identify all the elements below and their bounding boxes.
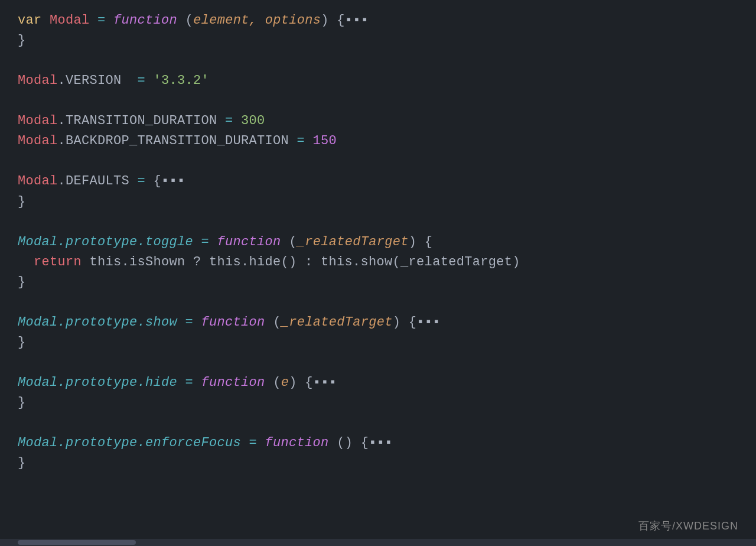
code-token: { [154, 174, 162, 188]
code-token: () { [329, 436, 369, 450]
code-token: } [18, 33, 26, 48]
code-line: } [18, 393, 738, 413]
code-token: } [18, 395, 26, 410]
code-token: .VERSION [58, 73, 122, 88]
code-token: e [281, 375, 289, 390]
code-line: Modal.TRANSITION_DURATION = 300 [18, 111, 738, 131]
code-token: = [185, 315, 194, 330]
code-token: function [113, 13, 177, 28]
code-token [106, 13, 114, 28]
code-line: Modal.prototype.toggle = function (_rela… [18, 232, 738, 252]
watermark-text: 百家号/XWDESIGN [638, 519, 738, 533]
code-token: return [34, 255, 82, 269]
code-token [241, 436, 249, 450]
code-token: ▪▪▪ [345, 13, 369, 28]
code-line: } [18, 453, 738, 473]
code-token: 300 [241, 113, 265, 128]
code-token: ) { [321, 13, 345, 28]
code-token [177, 315, 185, 330]
code-line: } [18, 333, 738, 353]
code-content: var Modal = function (element, options) … [18, 11, 738, 474]
code-token: = [249, 436, 258, 450]
code-token: '3.3.2' [154, 73, 210, 88]
code-token: ) { [289, 375, 313, 390]
code-token: Modal.prototype.hide [18, 375, 177, 390]
code-token: } [18, 194, 26, 209]
code-token: = [129, 174, 154, 188]
code-token [90, 13, 98, 28]
code-token: _relatedTarget [281, 315, 393, 330]
code-line: Modal.BACKDROP_TRANSITION_DURATION = 150 [18, 131, 738, 151]
code-token: ) { [393, 315, 417, 330]
code-token: ▪▪▪ [161, 174, 185, 188]
code-token: .BACKDROP_TRANSITION_DURATION [58, 134, 289, 148]
blank-line [18, 91, 738, 111]
code-token: function [265, 436, 329, 450]
code-token: Modal.prototype.show [18, 315, 177, 330]
blank-line [18, 413, 738, 433]
code-token: = [97, 13, 106, 28]
code-token: = [201, 235, 210, 249]
code-token: Modal [18, 134, 58, 148]
code-token [257, 436, 265, 450]
code-line: } [18, 31, 738, 51]
blank-line [18, 353, 738, 373]
blank-line [18, 151, 738, 171]
code-token: function [201, 375, 265, 390]
code-token: _relatedTarget [297, 235, 409, 249]
code-token: var [18, 13, 50, 28]
code-token: = [122, 73, 154, 88]
scrollbar[interactable] [0, 539, 756, 546]
code-editor: var Modal = function (element, options) … [0, 0, 756, 546]
code-token: .DEFAULTS [58, 174, 130, 188]
code-token: ( [281, 235, 297, 249]
code-token [193, 375, 201, 390]
code-line: Modal.prototype.enforceFocus = function … [18, 433, 738, 453]
code-token: element, options [193, 13, 321, 28]
code-token: Modal.prototype.enforceFocus [18, 436, 241, 450]
code-token: Modal [18, 113, 58, 128]
code-token: ( [177, 13, 193, 28]
code-line: Modal.prototype.show = function (_relate… [18, 313, 738, 333]
code-token: function [217, 235, 281, 249]
code-token: ( [265, 315, 281, 330]
blank-line [18, 51, 738, 71]
code-token: 150 [313, 134, 337, 148]
code-token: Modal [50, 13, 90, 28]
blank-line [18, 292, 738, 313]
code-line: Modal.prototype.hide = function (e) {▪▪▪ [18, 373, 738, 393]
code-token: ) { [409, 235, 433, 249]
code-token: } [18, 456, 26, 470]
blank-line [18, 212, 738, 232]
code-line: } [18, 272, 738, 292]
code-token: = [185, 375, 194, 390]
code-token [209, 235, 217, 249]
code-token [193, 315, 201, 330]
code-line: return this.isShown ? this.hide() : this… [18, 252, 738, 272]
code-token: ( [265, 375, 281, 390]
code-token [193, 235, 201, 249]
code-line: } [18, 192, 738, 212]
code-line: var Modal = function (element, options) … [18, 11, 738, 31]
code-token: function [201, 315, 265, 330]
code-token: Modal.prototype.toggle [18, 235, 193, 249]
code-token: } [18, 275, 26, 290]
code-token: = [217, 113, 242, 128]
code-token: Modal [18, 174, 58, 188]
code-token: this.isShown ? this.hide() : this.show(_… [82, 255, 520, 269]
code-token: Modal [18, 73, 58, 88]
code-token: ▪▪▪ [416, 315, 441, 330]
scrollbar-thumb[interactable] [18, 540, 136, 545]
code-token: = [289, 134, 313, 148]
code-token [177, 375, 185, 390]
code-line: Modal.VERSION = '3.3.2' [18, 71, 738, 91]
code-line: Modal.DEFAULTS = {▪▪▪ [18, 171, 738, 191]
code-token: .TRANSITION_DURATION [58, 113, 217, 128]
code-token [18, 255, 34, 269]
code-token: ▪▪▪ [369, 436, 393, 450]
code-token: } [18, 335, 26, 350]
code-token: ▪▪▪ [313, 375, 337, 390]
